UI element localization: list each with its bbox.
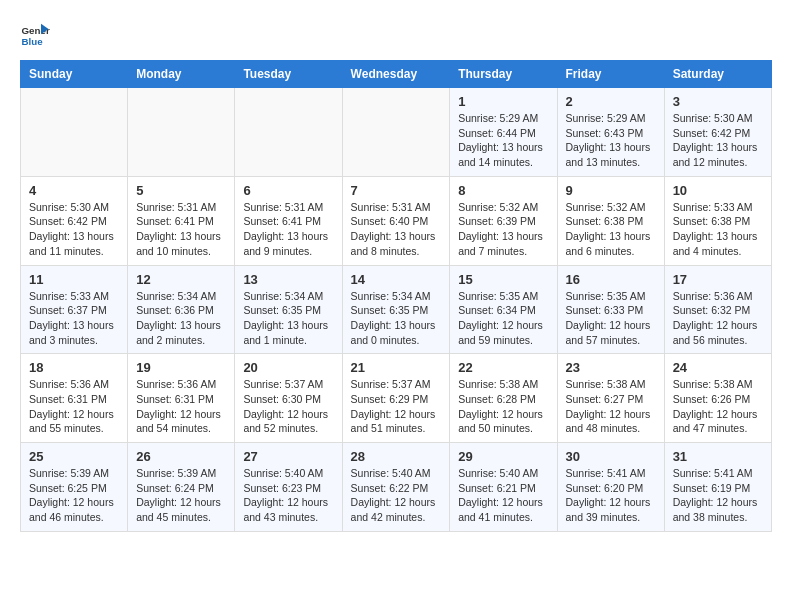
calendar-cell: 9Sunrise: 5:32 AM Sunset: 6:38 PM Daylig… [557,176,664,265]
day-number: 12 [136,272,226,287]
calendar-cell: 30Sunrise: 5:41 AM Sunset: 6:20 PM Dayli… [557,443,664,532]
calendar-week-row: 25Sunrise: 5:39 AM Sunset: 6:25 PM Dayli… [21,443,772,532]
calendar-cell: 11Sunrise: 5:33 AM Sunset: 6:37 PM Dayli… [21,265,128,354]
weekday-header-row: SundayMondayTuesdayWednesdayThursdayFrid… [21,61,772,88]
weekday-header-thursday: Thursday [450,61,557,88]
day-number: 27 [243,449,333,464]
calendar-table: SundayMondayTuesdayWednesdayThursdayFrid… [20,60,772,532]
day-number: 24 [673,360,763,375]
calendar-cell: 20Sunrise: 5:37 AM Sunset: 6:30 PM Dayli… [235,354,342,443]
day-number: 29 [458,449,548,464]
day-number: 18 [29,360,119,375]
day-info: Sunrise: 5:38 AM Sunset: 6:26 PM Dayligh… [673,377,763,436]
day-number: 25 [29,449,119,464]
day-info: Sunrise: 5:34 AM Sunset: 6:35 PM Dayligh… [243,289,333,348]
page-header: General Blue [20,20,772,50]
day-number: 1 [458,94,548,109]
day-number: 5 [136,183,226,198]
calendar-cell: 19Sunrise: 5:36 AM Sunset: 6:31 PM Dayli… [128,354,235,443]
day-number: 10 [673,183,763,198]
calendar-cell: 21Sunrise: 5:37 AM Sunset: 6:29 PM Dayli… [342,354,450,443]
day-info: Sunrise: 5:31 AM Sunset: 6:41 PM Dayligh… [243,200,333,259]
calendar-cell: 1Sunrise: 5:29 AM Sunset: 6:44 PM Daylig… [450,88,557,177]
calendar-cell: 18Sunrise: 5:36 AM Sunset: 6:31 PM Dayli… [21,354,128,443]
calendar-cell: 16Sunrise: 5:35 AM Sunset: 6:33 PM Dayli… [557,265,664,354]
day-number: 21 [351,360,442,375]
calendar-week-row: 1Sunrise: 5:29 AM Sunset: 6:44 PM Daylig… [21,88,772,177]
day-number: 19 [136,360,226,375]
day-info: Sunrise: 5:37 AM Sunset: 6:29 PM Dayligh… [351,377,442,436]
day-info: Sunrise: 5:33 AM Sunset: 6:37 PM Dayligh… [29,289,119,348]
calendar-cell: 26Sunrise: 5:39 AM Sunset: 6:24 PM Dayli… [128,443,235,532]
svg-text:Blue: Blue [22,36,44,47]
calendar-cell: 23Sunrise: 5:38 AM Sunset: 6:27 PM Dayli… [557,354,664,443]
calendar-cell [128,88,235,177]
day-number: 11 [29,272,119,287]
day-number: 15 [458,272,548,287]
day-info: Sunrise: 5:41 AM Sunset: 6:20 PM Dayligh… [566,466,656,525]
calendar-cell: 14Sunrise: 5:34 AM Sunset: 6:35 PM Dayli… [342,265,450,354]
calendar-cell: 4Sunrise: 5:30 AM Sunset: 6:42 PM Daylig… [21,176,128,265]
day-info: Sunrise: 5:41 AM Sunset: 6:19 PM Dayligh… [673,466,763,525]
day-info: Sunrise: 5:35 AM Sunset: 6:33 PM Dayligh… [566,289,656,348]
calendar-cell: 7Sunrise: 5:31 AM Sunset: 6:40 PM Daylig… [342,176,450,265]
day-number: 28 [351,449,442,464]
day-info: Sunrise: 5:38 AM Sunset: 6:27 PM Dayligh… [566,377,656,436]
day-number: 22 [458,360,548,375]
day-info: Sunrise: 5:36 AM Sunset: 6:31 PM Dayligh… [29,377,119,436]
day-info: Sunrise: 5:40 AM Sunset: 6:22 PM Dayligh… [351,466,442,525]
day-number: 26 [136,449,226,464]
day-info: Sunrise: 5:29 AM Sunset: 6:43 PM Dayligh… [566,111,656,170]
weekday-header-monday: Monday [128,61,235,88]
day-info: Sunrise: 5:40 AM Sunset: 6:23 PM Dayligh… [243,466,333,525]
calendar-cell: 25Sunrise: 5:39 AM Sunset: 6:25 PM Dayli… [21,443,128,532]
day-info: Sunrise: 5:38 AM Sunset: 6:28 PM Dayligh… [458,377,548,436]
calendar-cell: 28Sunrise: 5:40 AM Sunset: 6:22 PM Dayli… [342,443,450,532]
day-number: 23 [566,360,656,375]
day-info: Sunrise: 5:32 AM Sunset: 6:39 PM Dayligh… [458,200,548,259]
day-number: 6 [243,183,333,198]
calendar-cell [235,88,342,177]
day-number: 16 [566,272,656,287]
calendar-cell: 6Sunrise: 5:31 AM Sunset: 6:41 PM Daylig… [235,176,342,265]
day-number: 17 [673,272,763,287]
day-number: 13 [243,272,333,287]
calendar-cell: 15Sunrise: 5:35 AM Sunset: 6:34 PM Dayli… [450,265,557,354]
calendar-cell: 8Sunrise: 5:32 AM Sunset: 6:39 PM Daylig… [450,176,557,265]
day-number: 31 [673,449,763,464]
day-info: Sunrise: 5:31 AM Sunset: 6:41 PM Dayligh… [136,200,226,259]
day-number: 4 [29,183,119,198]
day-info: Sunrise: 5:32 AM Sunset: 6:38 PM Dayligh… [566,200,656,259]
day-number: 20 [243,360,333,375]
day-number: 8 [458,183,548,198]
day-info: Sunrise: 5:35 AM Sunset: 6:34 PM Dayligh… [458,289,548,348]
day-info: Sunrise: 5:40 AM Sunset: 6:21 PM Dayligh… [458,466,548,525]
day-number: 14 [351,272,442,287]
calendar-cell: 2Sunrise: 5:29 AM Sunset: 6:43 PM Daylig… [557,88,664,177]
day-info: Sunrise: 5:34 AM Sunset: 6:35 PM Dayligh… [351,289,442,348]
logo: General Blue [20,20,50,50]
calendar-cell: 5Sunrise: 5:31 AM Sunset: 6:41 PM Daylig… [128,176,235,265]
day-info: Sunrise: 5:36 AM Sunset: 6:31 PM Dayligh… [136,377,226,436]
day-info: Sunrise: 5:39 AM Sunset: 6:24 PM Dayligh… [136,466,226,525]
day-info: Sunrise: 5:34 AM Sunset: 6:36 PM Dayligh… [136,289,226,348]
day-number: 3 [673,94,763,109]
calendar-cell [21,88,128,177]
day-info: Sunrise: 5:31 AM Sunset: 6:40 PM Dayligh… [351,200,442,259]
weekday-header-saturday: Saturday [664,61,771,88]
calendar-week-row: 11Sunrise: 5:33 AM Sunset: 6:37 PM Dayli… [21,265,772,354]
weekday-header-wednesday: Wednesday [342,61,450,88]
day-number: 2 [566,94,656,109]
weekday-header-friday: Friday [557,61,664,88]
calendar-cell: 31Sunrise: 5:41 AM Sunset: 6:19 PM Dayli… [664,443,771,532]
day-info: Sunrise: 5:30 AM Sunset: 6:42 PM Dayligh… [673,111,763,170]
day-number: 30 [566,449,656,464]
calendar-cell: 22Sunrise: 5:38 AM Sunset: 6:28 PM Dayli… [450,354,557,443]
calendar-cell: 27Sunrise: 5:40 AM Sunset: 6:23 PM Dayli… [235,443,342,532]
calendar-week-row: 4Sunrise: 5:30 AM Sunset: 6:42 PM Daylig… [21,176,772,265]
day-info: Sunrise: 5:39 AM Sunset: 6:25 PM Dayligh… [29,466,119,525]
logo-icon: General Blue [20,20,50,50]
day-info: Sunrise: 5:29 AM Sunset: 6:44 PM Dayligh… [458,111,548,170]
calendar-cell: 3Sunrise: 5:30 AM Sunset: 6:42 PM Daylig… [664,88,771,177]
day-info: Sunrise: 5:37 AM Sunset: 6:30 PM Dayligh… [243,377,333,436]
